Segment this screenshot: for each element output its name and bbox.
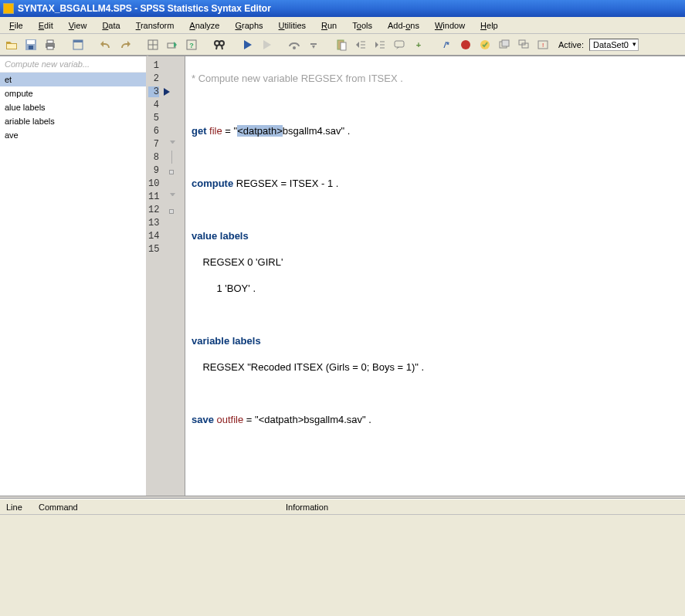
code-text: 1 'BOY' . [192, 283, 256, 294]
svg-rect-5 [47, 46, 53, 49]
menu-data[interactable]: Data [96, 19, 126, 32]
code-area[interactable]: * Compute new variable REGSEX from ITSEX… [185, 56, 685, 496]
svg-point-15 [219, 41, 224, 46]
paste-button[interactable] [333, 36, 350, 53]
step-over-button[interactable] [286, 36, 303, 53]
step-into-button[interactable] [305, 36, 322, 53]
indent-button[interactable] [371, 36, 388, 53]
code-text: bsgallm4.sav" . [283, 125, 351, 137]
designate-button[interactable]: ! [534, 36, 551, 53]
menu-transform[interactable]: Transform [130, 19, 181, 32]
goto-variable-button[interactable] [164, 36, 181, 53]
toolbar: ? + /* ! Active: DataSet0 [0, 34, 685, 56]
breakpoint-button[interactable] [457, 36, 474, 53]
svg-rect-1 [27, 40, 35, 44]
open-icon [5, 39, 18, 51]
indent-icon [374, 39, 386, 51]
window-icon [498, 39, 510, 51]
fold-end-icon[interactable] [169, 209, 174, 214]
outdent-button[interactable] [352, 36, 369, 53]
code-keyword: get [192, 125, 207, 137]
menu-window[interactable]: Window [429, 19, 471, 32]
line-number: 2 [148, 73, 159, 84]
play-icon [241, 39, 253, 51]
fold-start-icon[interactable] [170, 140, 175, 144]
save-icon [25, 39, 37, 51]
nav-header: Compute new variab... [0, 56, 146, 73]
code-blank [192, 203, 685, 216]
menu-edit[interactable]: Edit [32, 19, 59, 32]
output-col-information[interactable]: Information [286, 503, 685, 512]
menu-utilities[interactable]: Utilities [273, 19, 312, 32]
code-subcommand: outfile [214, 414, 243, 425]
menu-view[interactable]: View [63, 19, 93, 32]
save-button[interactable] [22, 36, 39, 53]
line-number: 15 [148, 244, 159, 255]
code-subcommand: file [207, 125, 222, 137]
new-window-button[interactable] [496, 36, 513, 53]
nav-item-variable-labels[interactable]: ariable labels [0, 114, 146, 128]
menu-file[interactable]: File [3, 19, 29, 32]
nav-item-compute[interactable]: ompute [0, 86, 146, 100]
svg-rect-20 [341, 42, 346, 50]
undo-button[interactable] [97, 36, 114, 53]
nav-item-value-labels[interactable]: alue labels [0, 100, 146, 114]
open-button[interactable] [3, 36, 20, 53]
svg-text:/*: /* [443, 41, 450, 49]
line-number: 4 [148, 100, 159, 110]
check-icon [479, 39, 491, 51]
svg-text:+: + [416, 40, 421, 49]
menu-run[interactable]: Run [315, 19, 343, 32]
goto-case-button[interactable] [144, 36, 161, 53]
output-col-line[interactable]: Line [0, 503, 39, 512]
undo-icon [100, 39, 112, 51]
dialog-recall-button[interactable] [70, 36, 86, 53]
line-number: 6 [148, 126, 159, 137]
line-number: 10 [148, 178, 159, 189]
fold-end-icon[interactable] [169, 170, 174, 174]
print-button[interactable] [42, 36, 59, 53]
menu-tools[interactable]: Tools [346, 19, 378, 32]
code-keyword: save [192, 414, 214, 425]
uncomment-icon: + [412, 39, 425, 51]
comment-button[interactable] [391, 36, 408, 53]
comment-icon [393, 39, 405, 51]
code-blank [192, 439, 685, 452]
fold-start-icon[interactable] [170, 193, 175, 197]
nav-item-get[interactable]: et [0, 73, 146, 86]
output-col-command[interactable]: Command [39, 503, 286, 512]
line-number: 11 [148, 191, 159, 202]
dataset-selector[interactable]: DataSet0 [589, 39, 639, 51]
redo-button[interactable] [117, 36, 134, 53]
code-text: REGSEX "Recoded ITSEX (Girls = 0; Boys =… [192, 361, 424, 373]
code-keyword: variable labels [192, 335, 261, 347]
menu-graphs[interactable]: Graphs [229, 19, 269, 32]
active-label: Active: [558, 40, 584, 49]
variables-button[interactable]: ? [183, 36, 200, 53]
svg-rect-33 [502, 40, 509, 46]
code-text: = "<datpath>bsgallm4.sav" . [243, 414, 371, 425]
nav-item-save[interactable]: ave [0, 128, 146, 142]
code-selection: <datpath> [237, 125, 283, 137]
outdent-icon [354, 39, 367, 51]
run-continue-button[interactable] [258, 36, 275, 53]
code-keyword: value labels [192, 230, 249, 242]
code-blank [192, 387, 685, 400]
menu-analyze[interactable]: Analyze [183, 19, 226, 32]
svg-point-18 [293, 46, 296, 49]
uncomment-button[interactable]: + [410, 36, 427, 53]
cascade-icon [517, 39, 530, 51]
syntax-format-button[interactable]: /* [438, 36, 455, 53]
line-number: 1 [148, 60, 159, 71]
menu-help[interactable]: Help [474, 19, 504, 32]
run-selection-button[interactable] [239, 36, 256, 53]
find-icon [213, 39, 226, 51]
find-button[interactable] [211, 36, 228, 53]
line-number: 3 [148, 86, 159, 97]
validate-button[interactable] [476, 36, 493, 53]
svg-text:?: ? [189, 42, 194, 49]
line-gutter: 1 2 3 4 5 6 7 8 9 10 11 12 13 14 15 [148, 56, 185, 496]
svg-line-17 [222, 46, 222, 49]
cascade-button[interactable] [515, 36, 532, 53]
menu-addons[interactable]: Add-ons [381, 19, 426, 32]
